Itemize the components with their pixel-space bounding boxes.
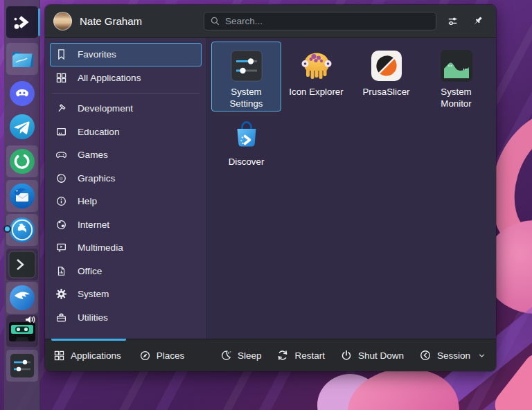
- application-launcher-window: Nate Graham Search...: [44, 4, 497, 372]
- taskbar-thunderbird-button[interactable]: [6, 180, 38, 212]
- document-icon: [55, 265, 67, 277]
- librewolf-icon: [9, 217, 35, 243]
- tab-applications[interactable]: Applications: [53, 350, 121, 362]
- sidebar-item-label: Education: [78, 127, 119, 137]
- taskbar-discord-button[interactable]: [6, 78, 38, 109]
- taskbar-app-launcher-button[interactable]: [6, 6, 38, 38]
- cassette-player-icon: [7, 315, 37, 347]
- app-label: Discover: [229, 157, 265, 168]
- color-wheel-icon: [55, 172, 67, 184]
- session-actions: z z Sleep Restart: [220, 349, 486, 362]
- shutdown-icon: [340, 349, 353, 362]
- sidebar-item-label: Help: [78, 196, 97, 206]
- sidebar-item-games[interactable]: Games: [50, 143, 202, 167]
- toolbox-icon: [55, 312, 67, 323]
- prusaslicer-icon: [371, 48, 402, 83]
- chevron-down-icon: [477, 351, 486, 360]
- display-icon: [55, 126, 67, 138]
- app-tile-icon-explorer[interactable]: Icon Explorer: [281, 42, 351, 112]
- sidebar-item-favorites[interactable]: Favorites: [50, 43, 202, 66]
- sidebar-item-label: Multimedia: [78, 242, 123, 253]
- tab-label: Applications: [71, 350, 121, 361]
- sidebar-item-system[interactable]: System: [50, 283, 202, 306]
- grid-icon: [53, 350, 65, 362]
- app-launcher-icon: [10, 10, 34, 34]
- sidebar-item-label: Internet: [78, 220, 109, 230]
- search-input[interactable]: Search...: [204, 12, 436, 30]
- sidebar-item-education[interactable]: Education: [50, 121, 202, 144]
- app-tile-system-settings[interactable]: System Settings: [211, 42, 281, 112]
- app-label: Icon Explorer: [289, 87, 343, 98]
- footer-tabs: Applications Places: [53, 350, 184, 362]
- app-tile-system-monitor[interactable]: System Monitor: [421, 42, 491, 112]
- restart-icon: [276, 349, 289, 362]
- restart-button[interactable]: Restart: [276, 349, 325, 362]
- discord-icon: [9, 80, 35, 107]
- user-avatar[interactable]: [53, 12, 72, 30]
- sidebar-separator: [52, 93, 200, 93]
- sidebar-item-utilities[interactable]: Utilities: [50, 306, 202, 330]
- sleep-moon-icon: z z: [220, 349, 232, 362]
- settings-sliders-icon: [10, 353, 35, 378]
- discover-bag-icon: [230, 118, 263, 153]
- shutdown-button[interactable]: Shut Down: [340, 349, 404, 362]
- app-tile-discover[interactable]: Discover: [211, 112, 281, 181]
- taskbar-telegram-button[interactable]: [6, 111, 38, 143]
- compass-icon: [139, 350, 151, 362]
- category-sidebar: Favorites All Applications: [45, 38, 207, 339]
- tab-places[interactable]: Places: [139, 350, 185, 362]
- sleep-button[interactable]: z z Sleep: [220, 349, 262, 362]
- taskbar-green-app-button[interactable]: [6, 145, 38, 177]
- gamepad-icon: [55, 149, 67, 161]
- tab-label: Places: [157, 350, 185, 361]
- launcher-header: Nate Graham Search...: [45, 5, 496, 38]
- app-label: System Monitor: [425, 87, 488, 109]
- dolphin-file-manager-icon: [10, 48, 35, 71]
- sidebar-item-all-applications[interactable]: All Applications: [50, 66, 202, 90]
- taskbar-file-manager-button[interactable]: [6, 43, 38, 75]
- sidebar-item-label: All Applications: [78, 73, 141, 83]
- falkon-icon: [9, 285, 35, 311]
- active-tab-indicator: [51, 339, 126, 341]
- sidebar-item-office[interactable]: Office: [50, 260, 202, 283]
- launcher-footer: Applications Places z z: [45, 339, 496, 371]
- sidebar-item-multimedia[interactable]: Multimedia: [50, 236, 202, 260]
- thunderbird-icon: [9, 183, 35, 209]
- pin-button[interactable]: [468, 12, 486, 30]
- bookmark-icon: [55, 48, 67, 60]
- pin-icon: [472, 15, 484, 27]
- sidebar-item-label: Graphics: [78, 173, 115, 184]
- taskbar-terminal-button[interactable]: [6, 249, 38, 280]
- video-display-icon: [55, 242, 67, 253]
- user-name: Nate Graham: [80, 15, 142, 27]
- taskbar-settings-button[interactable]: [6, 350, 38, 382]
- sidebar-item-label: System: [78, 289, 109, 299]
- configure-icon: [447, 15, 459, 27]
- sidebar-item-development[interactable]: Development: [50, 97, 202, 121]
- taskbar-panel: [4, 0, 40, 410]
- configure-button[interactable]: [443, 12, 461, 30]
- sidebar-item-label: Office: [78, 266, 102, 276]
- telegram-icon: [9, 114, 35, 140]
- action-label: Session: [437, 350, 470, 361]
- action-label: Restart: [294, 350, 325, 361]
- taskbar-falkon-button[interactable]: [6, 282, 38, 314]
- sidebar-item-label: Development: [78, 103, 133, 114]
- active-task-indicator: [38, 8, 40, 36]
- system-settings-icon: [231, 48, 263, 83]
- search-placeholder: Search...: [225, 16, 263, 26]
- taskbar-cassette-player-button[interactable]: [6, 315, 38, 347]
- sidebar-item-help[interactable]: Help: [50, 190, 202, 213]
- terminal-icon: [8, 251, 36, 278]
- sidebar-item-graphics[interactable]: Graphics: [50, 167, 202, 190]
- search-icon: [210, 16, 220, 26]
- sidebar-item-internet[interactable]: Internet: [50, 213, 202, 237]
- app-tile-prusaslicer[interactable]: PrusaSlicer: [351, 42, 421, 112]
- cuttlefish-icon: [300, 48, 333, 83]
- action-label: Shut Down: [358, 350, 404, 361]
- taskbar-librewolf-button[interactable]: [6, 214, 38, 246]
- globe-icon: [55, 219, 67, 231]
- session-button[interactable]: Session: [419, 349, 486, 362]
- launcher-body: Favorites All Applications: [45, 38, 496, 339]
- hammer-icon: [55, 102, 67, 114]
